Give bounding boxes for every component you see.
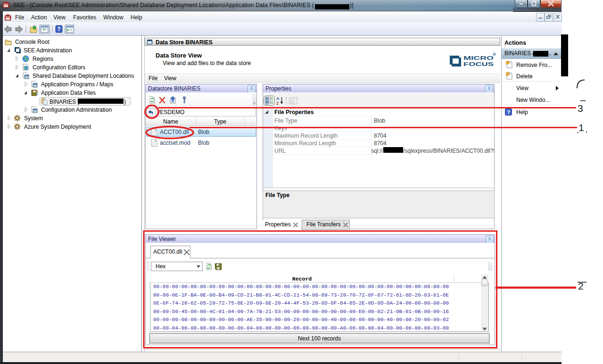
svg-text:Console Root: Console Root [15, 39, 50, 45]
svg-text:?: ? [57, 26, 60, 33]
svg-text:?: ? [507, 109, 510, 115]
svg-text:2: 2 [578, 281, 584, 291]
svg-text:BINARIES (: BINARIES ( [50, 99, 79, 105]
svg-text:FOCUS: FOCUS [463, 61, 494, 67]
svg-text:Azure System Deployment: Azure System Deployment [24, 124, 91, 130]
svg-text:Application Programs / Maps: Application Programs / Maps [41, 81, 113, 88]
svg-text:A: A [276, 96, 280, 101]
svg-text:Application Data Files: Application Data Files [41, 90, 96, 96]
svg-text:SEE Administration: SEE Administration [24, 47, 72, 54]
svg-text:+: + [266, 100, 268, 105]
svg-text:Z: Z [276, 101, 279, 106]
svg-text:1: 1 [578, 122, 584, 133]
svg-text:Configuration Editors: Configuration Editors [33, 64, 85, 71]
svg-text:3: 3 [578, 103, 583, 114]
svg-text:): ) [124, 99, 126, 105]
svg-text:MICRO: MICRO [463, 55, 494, 61]
svg-text:System: System [24, 115, 43, 122]
svg-text:Regions: Regions [33, 56, 53, 62]
svg-text:Configuration Administration: Configuration Administration [41, 107, 112, 113]
svg-text:Shared Database Deployment Loc: Shared Database Deployment Locations [33, 73, 134, 79]
